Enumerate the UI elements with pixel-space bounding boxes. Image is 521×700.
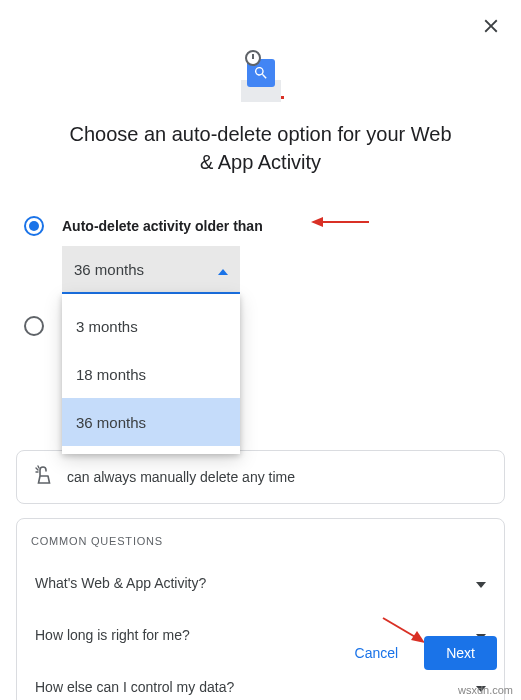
svg-marker-1 <box>311 217 323 227</box>
option-auto-delete-older[interactable]: Auto-delete activity older than <box>16 212 505 240</box>
svg-marker-2 <box>218 269 228 275</box>
dropdown-menu: 3 months 18 months 36 months <box>62 294 240 454</box>
option-label: Auto-delete activity older than <box>62 218 263 234</box>
chevron-down-icon <box>476 575 486 591</box>
auto-delete-dialog: Choose an auto-delete option for your We… <box>0 0 521 700</box>
dialog-title: Choose an auto-delete option for your We… <box>16 120 505 176</box>
next-button[interactable]: Next <box>424 636 497 670</box>
dropdown-selected-value: 36 months <box>74 261 144 278</box>
radio-dont-delete[interactable] <box>24 316 44 336</box>
annotation-arrow-icon <box>311 215 371 233</box>
info-text: can always manually delete any time <box>67 469 295 485</box>
dropdown-option-36[interactable]: 36 months <box>62 398 240 446</box>
common-questions-card: COMMON QUESTIONS What's Web & App Activi… <box>16 518 505 700</box>
duration-dropdown[interactable]: 36 months 3 months 18 months 36 months <box>62 246 505 294</box>
hero-illustration <box>235 52 287 104</box>
info-card: can always manually delete any time <box>16 450 505 504</box>
watermark: wsxdn.com <box>458 684 513 696</box>
radio-auto-delete[interactable] <box>24 216 44 236</box>
chevron-up-icon <box>218 261 228 278</box>
common-questions-header: COMMON QUESTIONS <box>31 535 490 547</box>
dropdown-option-18[interactable]: 18 months <box>62 350 240 398</box>
question-text: What's Web & App Activity? <box>35 575 206 591</box>
dropdown-option-3[interactable]: 3 months <box>62 302 240 350</box>
close-button[interactable] <box>477 12 505 40</box>
dialog-footer: Cancel Next <box>349 636 497 670</box>
svg-marker-3 <box>476 582 486 588</box>
close-icon <box>480 15 502 37</box>
cancel-button[interactable]: Cancel <box>349 637 405 669</box>
question-text: How long is right for me? <box>35 627 190 643</box>
dropdown-trigger[interactable]: 36 months <box>62 246 240 294</box>
svg-line-6 <box>383 618 417 638</box>
tap-icon <box>31 465 55 489</box>
question-text: How else can I control my data? <box>35 679 234 695</box>
question-1[interactable]: What's Web & App Activity? <box>31 557 490 609</box>
